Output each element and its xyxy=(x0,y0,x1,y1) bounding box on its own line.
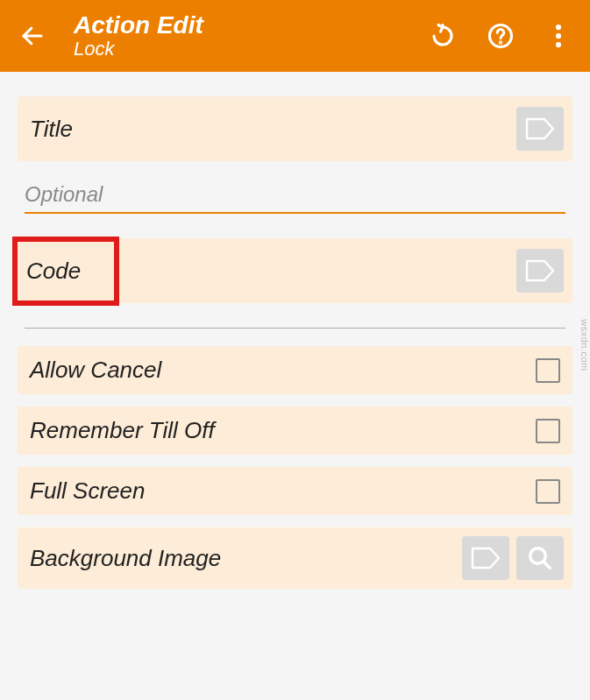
remember-row[interactable]: Remember Till Off xyxy=(18,407,572,455)
full-screen-row[interactable]: Full Screen xyxy=(18,467,572,515)
app-header: Action Edit Lock xyxy=(0,0,590,72)
svg-point-3 xyxy=(556,25,561,30)
content-area: Title Code Allow Cancel Remember Till Of… xyxy=(0,72,590,589)
header-titles: Action Edit Lock xyxy=(74,12,427,60)
undo-button[interactable] xyxy=(427,20,458,52)
page-subtitle: Lock xyxy=(74,39,427,60)
full-screen-label: Full Screen xyxy=(30,477,536,505)
code-tag-button[interactable] xyxy=(516,249,564,293)
overflow-menu-button[interactable] xyxy=(543,20,574,52)
tag-icon xyxy=(525,259,555,282)
allow-cancel-label: Allow Cancel xyxy=(30,357,536,384)
arrow-left-icon xyxy=(19,23,46,49)
allow-cancel-row[interactable]: Allow Cancel xyxy=(18,346,572,394)
watermark: wsxdn.com xyxy=(579,319,590,371)
page-title: Action Edit xyxy=(74,12,427,39)
help-icon xyxy=(487,23,514,49)
header-actions xyxy=(427,20,574,52)
bg-image-tag-button[interactable] xyxy=(462,536,509,580)
title-tag-button[interactable] xyxy=(516,107,564,151)
title-input[interactable] xyxy=(25,177,565,214)
bg-image-label: Background Image xyxy=(30,545,455,572)
help-button[interactable] xyxy=(485,20,516,52)
bg-image-row[interactable]: Background Image xyxy=(18,527,572,589)
svg-line-7 xyxy=(544,562,551,569)
full-screen-checkbox[interactable] xyxy=(536,479,560,504)
code-label: Code xyxy=(26,258,98,284)
svg-point-5 xyxy=(556,42,561,47)
back-button[interactable] xyxy=(16,19,49,53)
bg-image-search-button[interactable] xyxy=(516,536,564,580)
remember-checkbox[interactable] xyxy=(536,419,560,443)
tag-icon xyxy=(471,547,501,569)
undo-icon xyxy=(430,23,456,49)
title-label: Title xyxy=(30,116,509,143)
divider xyxy=(25,328,565,329)
title-section[interactable]: Title xyxy=(18,96,572,161)
allow-cancel-checkbox[interactable] xyxy=(536,358,560,383)
remember-label: Remember Till Off xyxy=(30,417,536,444)
tag-icon xyxy=(525,117,555,140)
search-icon xyxy=(527,545,553,571)
title-input-row xyxy=(18,173,572,214)
code-highlight: Code xyxy=(12,237,119,306)
svg-point-4 xyxy=(556,33,561,39)
more-vert-icon xyxy=(555,23,562,49)
code-section[interactable]: Code xyxy=(18,238,572,303)
svg-point-2 xyxy=(500,42,501,43)
